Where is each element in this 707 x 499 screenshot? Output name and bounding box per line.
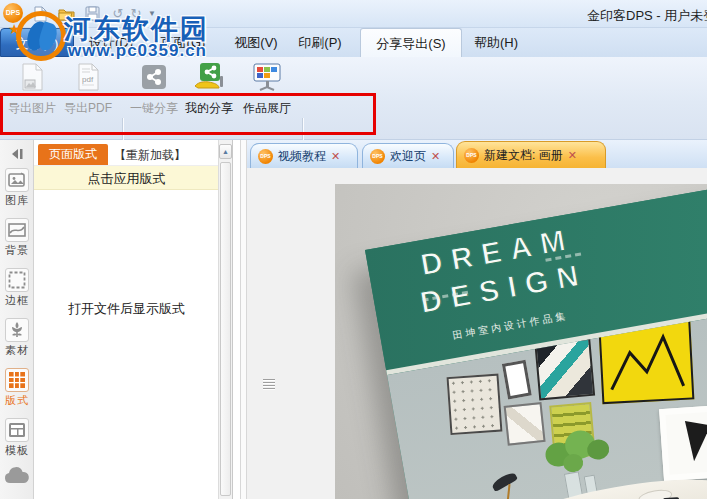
window-title: 金印客DPS - 用户未登录 <box>587 7 707 25</box>
one-click-share-icon <box>126 62 182 96</box>
tab-help[interactable]: 帮助(H) <box>462 28 530 57</box>
panel-tab-page-layout[interactable]: 页面版式 <box>38 144 108 165</box>
export-image-icon <box>4 62 60 96</box>
sidebar-item-material[interactable]: 素材 <box>0 316 34 366</box>
cloud-icon <box>4 470 30 487</box>
doc-tab-video-tutorial[interactable]: DPS 视频教程 ✕ <box>250 143 358 168</box>
ribbon-tab-row: 文件(F) 设计(D) 页面(G) 视图(V) 印刷(P) 分享导出(S) 帮助… <box>0 28 707 57</box>
scroll-up-icon[interactable]: ▲ <box>219 144 232 159</box>
wall-frame-bird <box>659 405 707 481</box>
tab-share-export[interactable]: 分享导出(S) <box>360 28 462 57</box>
close-tab-icon[interactable]: ✕ <box>431 151 440 162</box>
tab-design[interactable]: 设计(D) <box>76 28 146 57</box>
album-cover-preview: DREAM DESIGN 田坤室内设计作品集 <box>335 184 707 499</box>
close-tab-icon[interactable]: ✕ <box>331 151 340 162</box>
dps-doc-icon: DPS <box>464 148 479 163</box>
wall-frame-geometric <box>534 338 595 401</box>
tab-view[interactable]: 视图(V) <box>222 28 290 57</box>
bird-art <box>678 421 707 463</box>
sidebar-item-background[interactable]: 背景 <box>0 216 34 266</box>
dps-doc-icon: DPS <box>258 149 273 164</box>
doc-tab-label: 视频教程 <box>278 148 326 165</box>
export-pdf-icon: pdf <box>60 62 116 96</box>
doc-tab-label: 新建文档: 画册 <box>484 147 563 164</box>
tab-file[interactable]: 文件(F) <box>0 28 74 57</box>
sidebar-item-label: 模板 <box>0 443 34 458</box>
template-icon <box>5 418 29 442</box>
layout-icon <box>5 368 29 392</box>
material-icon <box>5 318 29 342</box>
sidebar-item-layout[interactable]: 版式 <box>0 366 34 416</box>
tab-print[interactable]: 印刷(P) <box>288 28 352 57</box>
undo-icon[interactable]: ↺ <box>108 4 128 23</box>
page-layout-panel: 页面版式 【重新加载】 点击应用版式 打开文件后显示版式 ▲ <box>34 140 233 499</box>
doc-tab-label: 欢迎页 <box>390 148 426 165</box>
document-tab-bar: DPS 视频教程 ✕ DPS 欢迎页 ✕ DPS 新建文档: 画册 ✕ <box>247 140 707 168</box>
panel-splitter[interactable] <box>240 140 247 499</box>
save-icon[interactable] <box>82 4 102 23</box>
desk-lamp-shade <box>491 470 519 492</box>
app-logo-icon: DPS <box>3 3 23 23</box>
tab-page[interactable]: 页面(G) <box>148 28 218 57</box>
background-icon <box>5 218 29 242</box>
scrollbar-thumb[interactable] <box>220 162 231 496</box>
sidebar-item-label: 背景 <box>0 243 34 258</box>
wall-frame-pattern <box>447 374 503 435</box>
doc-tab-welcome[interactable]: DPS 欢迎页 ✕ <box>362 143 454 168</box>
border-icon <box>5 268 29 292</box>
new-file-icon[interactable] <box>30 4 50 23</box>
quick-access-dropdown-icon[interactable]: ▼ <box>142 4 162 23</box>
sidebar-item-border[interactable]: 边框 <box>0 266 34 316</box>
sidebar-item-cloud[interactable] <box>0 466 34 499</box>
desk-lamp-arm <box>505 484 511 499</box>
tool-sidebar: 图库 背景 边框 素材 版式 <box>0 140 34 499</box>
app-window: DPS ↺ ↻ ▼ 金印客DPS - 用户未登录 文件(F) 设计(D) 页面(… <box>0 0 707 499</box>
collapse-panel-icon[interactable] <box>6 145 28 163</box>
title-bar: DPS ↺ ↻ ▼ 金印客DPS - 用户未登录 <box>0 0 707 28</box>
panel-empty-message: 打开文件后显示版式 <box>34 300 219 318</box>
red-highlight-box <box>0 93 376 135</box>
my-shares-icon <box>182 62 236 96</box>
works-gallery-icon <box>238 62 296 96</box>
document-canvas: DPS 视频教程 ✕ DPS 欢迎页 ✕ DPS 新建文档: 画册 ✕ DREA… <box>247 140 707 499</box>
close-tab-icon[interactable]: ✕ <box>568 150 577 161</box>
wall-frame-diamond <box>504 402 546 446</box>
sidebar-item-gallery[interactable]: 图库 <box>0 166 34 216</box>
sidebar-item-label: 边框 <box>0 293 34 308</box>
sidebar-item-template[interactable]: 模板 <box>0 416 34 466</box>
doc-tab-new-album[interactable]: DPS 新建文档: 画册 ✕ <box>456 141 606 168</box>
sidebar-item-label: 图库 <box>0 193 34 208</box>
svg-text:pdf: pdf <box>82 75 94 84</box>
sidebar-item-label: 素材 <box>0 343 34 358</box>
reload-link[interactable]: 【重新加载】 <box>114 147 186 164</box>
panel-scrollbar[interactable]: ▲ <box>218 140 232 499</box>
apply-layout-hint: 点击应用版式 <box>34 165 219 190</box>
book-mockup: DREAM DESIGN 田坤室内设计作品集 <box>365 184 707 499</box>
wall-frame-small <box>502 360 532 400</box>
splitter-grip[interactable] <box>263 379 275 392</box>
gallery-icon <box>5 168 29 192</box>
dps-doc-icon: DPS <box>370 149 385 164</box>
open-file-icon[interactable] <box>56 4 76 23</box>
sidebar-item-label: 版式 <box>0 393 34 408</box>
